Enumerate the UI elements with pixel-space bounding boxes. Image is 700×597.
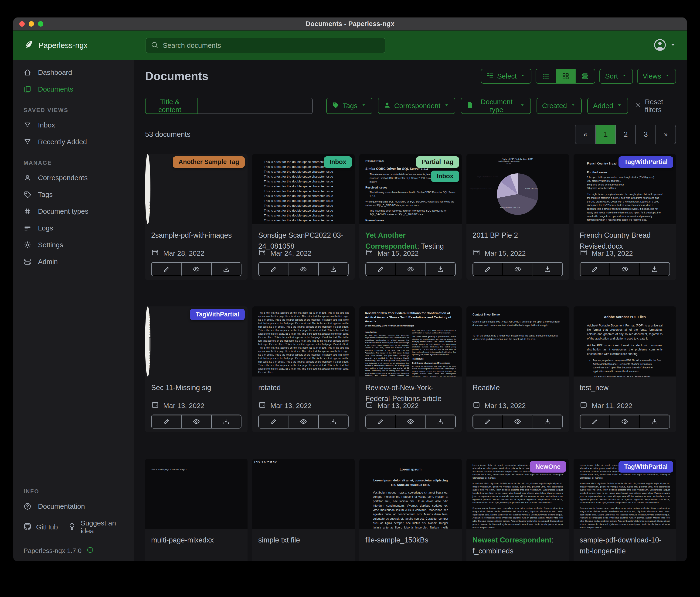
download-document-button[interactable] <box>532 415 562 428</box>
edit-document-button[interactable] <box>152 263 181 276</box>
filter-field-button[interactable]: Title & content <box>145 98 198 114</box>
close-window-button[interactable] <box>19 21 25 27</box>
document-thumbnail[interactable]: Patient BP Distribution 2011 Normal, 150… <box>467 154 569 224</box>
page-1-button[interactable]: 1 <box>596 125 616 144</box>
edit-document-button[interactable] <box>259 263 289 276</box>
card-title[interactable]: sample-pdf-download-10-mb-longer-title <box>580 535 670 556</box>
document-thumbnail[interactable]: This is a multi page document. Page 1. <box>145 459 248 529</box>
sidebar-item-admin[interactable]: Admin <box>13 253 134 270</box>
card-title[interactable]: 2011 BP Pie 2 <box>473 230 563 241</box>
filter-added-button[interactable]: Added <box>587 98 628 114</box>
card-correspondent[interactable]: Newest Correspondent <box>473 536 551 544</box>
page-2-button[interactable]: 2 <box>616 125 635 144</box>
tag-badge[interactable]: Another Sample Tag <box>173 157 245 168</box>
sidebar-item-recently-added[interactable]: Recently Added <box>13 134 134 150</box>
tag-badge[interactable]: Inbox <box>324 157 352 168</box>
reset-filters-button[interactable]: Reset filters <box>635 98 676 114</box>
view-document-button[interactable] <box>181 415 211 428</box>
filter-created-button[interactable]: Created <box>536 98 582 114</box>
filter-document-type-button[interactable]: Document type <box>461 98 531 114</box>
user-menu[interactable] <box>653 38 676 53</box>
document-thumbnail[interactable]: Review of New York Federal Petitions for… <box>359 306 462 377</box>
tag-badge[interactable]: TagWithPartial <box>619 461 673 473</box>
download-document-button[interactable] <box>640 415 670 428</box>
document-thumbnail[interactable]: Boundary Waters Trip Day 1Day 2Day 3Day … <box>145 154 150 224</box>
filter-tags-button[interactable]: Tags <box>326 98 372 114</box>
document-thumbnail[interactable]: This is a test file. <box>252 459 355 529</box>
download-document-button[interactable] <box>211 415 241 428</box>
card-correspondent[interactable]: Yet Another Correspondent <box>365 231 417 250</box>
download-document-button[interactable] <box>425 415 455 428</box>
download-document-button[interactable] <box>640 263 670 276</box>
filter-text-input[interactable] <box>198 98 313 114</box>
edit-document-button[interactable] <box>366 415 396 428</box>
edit-document-button[interactable] <box>473 415 503 428</box>
sidebar-item-correspondents[interactable]: Correspondents <box>13 169 134 186</box>
card-title[interactable]: Sec 11-Missing sig <box>151 382 242 393</box>
sidebar-item-settings[interactable]: Settings <box>13 237 134 253</box>
card-title[interactable]: Newest Correspondent: f_combineds <box>473 535 563 556</box>
sidebar-item-github[interactable]: GitHub <box>24 522 58 532</box>
filter-correspondent-button[interactable]: Correspondent <box>378 98 455 114</box>
search-input[interactable] <box>162 41 380 50</box>
page-3-button[interactable]: 3 <box>635 125 655 144</box>
document-thumbnail[interactable]: This is the text that appears on the fir… <box>252 306 355 377</box>
sort-button[interactable]: Sort <box>599 69 633 83</box>
tag-badge[interactable]: Inbox <box>431 171 459 182</box>
edit-document-button[interactable] <box>580 415 610 428</box>
page-prev-button[interactable]: « <box>575 125 596 144</box>
edit-document-button[interactable] <box>152 415 181 428</box>
view-details-button[interactable] <box>575 69 595 83</box>
info-circle-icon[interactable] <box>86 546 94 555</box>
card-title[interactable]: file-sample_150kBs <box>365 535 456 546</box>
document-thumbnail[interactable]: Lorem ipsumLorem ipsum dolor sit amet, c… <box>359 459 462 529</box>
download-document-button[interactable] <box>318 263 348 276</box>
view-document-button[interactable] <box>289 415 318 428</box>
download-document-button[interactable] <box>318 415 348 428</box>
sidebar-item-tags[interactable]: Tags <box>13 186 134 203</box>
sidebar-item-document-types[interactable]: Document types <box>13 203 134 220</box>
app-brand[interactable]: Paperless-ngx <box>24 39 146 51</box>
sidebar-item-dashboard[interactable]: Dashboard <box>13 64 134 81</box>
sidebar-item-documents[interactable]: Documents <box>13 81 134 98</box>
view-document-button[interactable] <box>396 415 425 428</box>
download-document-button[interactable] <box>532 263 562 276</box>
tag-badge[interactable]: Partial Tag <box>416 157 459 168</box>
view-document-button[interactable] <box>503 415 532 428</box>
download-document-button[interactable] <box>211 263 241 276</box>
card-title[interactable]: 2sample-pdf-with-images <box>151 230 242 241</box>
view-document-button[interactable] <box>610 415 640 428</box>
minimize-window-button[interactable] <box>29 21 34 27</box>
tag-badge[interactable]: TagWithPartial <box>619 157 673 168</box>
zoom-window-button[interactable] <box>38 21 43 27</box>
card-title[interactable]: ReadMe <box>473 382 563 393</box>
card-title[interactable]: multi-page-mixedxx <box>151 535 242 546</box>
view-document-button[interactable] <box>610 263 640 276</box>
view-document-button[interactable] <box>289 263 318 276</box>
edit-document-button[interactable] <box>366 263 396 276</box>
card-title[interactable]: rotated <box>258 382 349 393</box>
view-grid-button[interactable] <box>556 69 575 83</box>
sidebar-item-documentation[interactable]: Documentation <box>13 498 134 515</box>
tag-badge[interactable]: NewOne <box>530 461 566 473</box>
select-button[interactable]: Select <box>481 69 531 83</box>
download-document-button[interactable] <box>425 263 455 276</box>
sidebar-item-suggest-idea[interactable]: Suggest an idea <box>68 519 124 535</box>
card-title[interactable]: test_new <box>580 382 670 393</box>
document-thumbnail[interactable]: Adobe Acrobat PDF FilesAdobe® Portable D… <box>574 306 676 377</box>
document-thumbnail[interactable]: Application for Medical Staff MembersGoo… <box>145 306 150 377</box>
card-title[interactable]: simple txt file <box>258 535 349 546</box>
view-document-button[interactable] <box>503 263 532 276</box>
view-list-button[interactable] <box>536 69 556 83</box>
tag-badge[interactable]: TagWithPartial <box>190 309 245 320</box>
edit-document-button[interactable] <box>473 263 503 276</box>
page-next-button[interactable]: » <box>655 125 676 144</box>
edit-document-button[interactable] <box>259 415 289 428</box>
sidebar-item-logs[interactable]: Logs <box>13 220 134 237</box>
view-document-button[interactable] <box>181 263 211 276</box>
views-button[interactable]: Views <box>637 69 676 83</box>
view-document-button[interactable] <box>396 263 425 276</box>
edit-document-button[interactable] <box>580 263 610 276</box>
sidebar-item-inbox[interactable]: Inbox <box>13 117 134 134</box>
document-thumbnail[interactable]: Contact Sheet DemoGiven a set of image f… <box>467 306 569 377</box>
